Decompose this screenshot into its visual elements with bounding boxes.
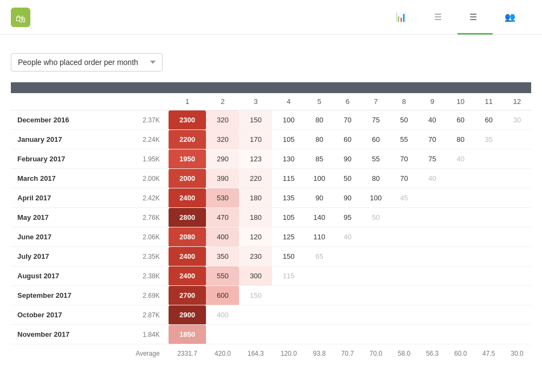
cohort-cell: 150 xyxy=(239,110,272,130)
table-row: December 20162.37K2300320150100807075504… xyxy=(11,110,531,130)
avg-value: 2331.7 xyxy=(169,344,207,363)
cohort-cell: 35 xyxy=(475,130,503,149)
metric-dropdown-wrapper: People who placed order per month xyxy=(11,53,531,71)
cohort-cell xyxy=(305,286,333,305)
activity-feed-icon: ☰ xyxy=(434,12,442,22)
metric-dropdown[interactable]: People who placed order per month xyxy=(11,53,163,71)
cohort-cell: 400 xyxy=(206,227,239,247)
cohort-cell xyxy=(362,247,390,266)
cohort-cell: 90 xyxy=(333,149,362,169)
cohort-cell: 55 xyxy=(390,130,418,149)
cohort-cell: 550 xyxy=(206,266,239,286)
cohort-cell: 75 xyxy=(362,110,390,130)
best-people-icon: 👥 xyxy=(505,12,515,22)
avg-value: 93.8 xyxy=(305,344,333,363)
cohort-cell: 80 xyxy=(362,169,390,188)
cohort-cell: 2200 xyxy=(169,130,207,149)
table-row: November 20171.84K1850 xyxy=(11,325,531,344)
avg-label: Average xyxy=(119,344,169,363)
cohort-cell xyxy=(272,286,305,305)
row-period-label: April 2017 xyxy=(11,188,119,208)
cohort-cell xyxy=(390,325,418,344)
cohort-cell xyxy=(333,247,362,266)
main-content: People who placed order per month 1 2 3 … xyxy=(0,35,542,363)
col-3-header: 3 xyxy=(239,93,272,110)
tab-charts[interactable]: 📊 xyxy=(384,1,422,35)
cohort-cell xyxy=(475,325,503,344)
main-nav: 📊 ☰ ☰ 👥 xyxy=(384,0,531,34)
cohort-cell: 350 xyxy=(206,247,239,266)
table-header-row-1 xyxy=(11,82,531,93)
cohort-cell: 60 xyxy=(447,110,475,130)
cohort-cell xyxy=(206,325,239,344)
row-count-value: 2.76K xyxy=(119,208,169,227)
people-header xyxy=(11,82,169,93)
cohort-cell: 290 xyxy=(206,149,239,169)
row-count-value: 1.95K xyxy=(119,149,169,169)
cohort-cell: 60 xyxy=(333,130,362,149)
cohort-cell xyxy=(333,325,362,344)
row-period-label: December 2016 xyxy=(11,110,119,130)
cohort-cell xyxy=(362,325,390,344)
cohort-cell xyxy=(305,325,333,344)
cohort-cell xyxy=(447,188,475,208)
col-count-header xyxy=(119,93,169,110)
cohort-cell: 40 xyxy=(333,227,362,247)
cohort-cell: 320 xyxy=(206,110,239,130)
row-count-value: 2.38K xyxy=(119,266,169,286)
cohort-cell xyxy=(503,227,531,247)
cohort-cell: 45 xyxy=(390,188,418,208)
table-header-row-2: 1 2 3 4 5 6 7 8 9 10 11 12 xyxy=(11,93,531,110)
cohort-cell: 85 xyxy=(305,149,333,169)
row-period-label: November 2017 xyxy=(11,325,119,344)
cohort-cell: 50 xyxy=(333,169,362,188)
tab-best-people[interactable]: 👥 xyxy=(493,1,531,35)
avg-value: 420.0 xyxy=(206,344,239,363)
cohort-cell xyxy=(447,208,475,227)
avg-value: 60.0 xyxy=(447,344,475,363)
cohort-cell xyxy=(475,149,503,169)
row-count-value: 2.00K xyxy=(119,169,169,188)
cohort-cell: 1950 xyxy=(169,149,207,169)
table-row: June 20172.06K208040012012511040 xyxy=(11,227,531,247)
cohort-cell: 320 xyxy=(206,130,239,149)
cohort-cell: 2400 xyxy=(169,247,207,266)
cohort-cell xyxy=(362,266,390,286)
cohort-cell: 105 xyxy=(272,130,305,149)
cohort-cell: 120 xyxy=(239,227,272,247)
row-period-label: March 2017 xyxy=(11,169,119,188)
cohort-cell: 50 xyxy=(362,208,390,227)
cohorts-icon: ☰ xyxy=(469,12,477,22)
cohort-cell xyxy=(362,227,390,247)
cohort-cell xyxy=(475,266,503,286)
cohort-cell xyxy=(503,169,531,188)
cohort-cell: 30 xyxy=(503,110,531,130)
cohort-cell xyxy=(418,208,447,227)
col-8-header: 8 xyxy=(390,93,418,110)
cohort-cell xyxy=(390,266,418,286)
cohort-cell xyxy=(272,305,305,325)
col-11-header: 11 xyxy=(475,93,503,110)
cohort-cell xyxy=(475,208,503,227)
cohort-cell xyxy=(447,169,475,188)
cohort-cell xyxy=(305,305,333,325)
row-period-label: June 2017 xyxy=(11,227,119,247)
tab-cohorts[interactable]: ☰ xyxy=(457,1,493,35)
cohort-cell: 2300 xyxy=(169,110,207,130)
row-count-value: 2.06K xyxy=(119,227,169,247)
cohort-cell: 105 xyxy=(272,208,305,227)
col-period-header xyxy=(11,93,119,110)
row-count-value: 2.69K xyxy=(119,286,169,305)
row-count-value: 1.84K xyxy=(119,325,169,344)
cohort-cell xyxy=(503,130,531,149)
cohort-cell xyxy=(447,325,475,344)
cohort-cell xyxy=(503,247,531,266)
table-row: May 20172.76K28004701801051409550 xyxy=(11,208,531,227)
tab-activity-feed[interactable]: ☰ xyxy=(422,1,457,35)
cohort-cell: 95 xyxy=(333,208,362,227)
cohort-cell: 100 xyxy=(272,110,305,130)
cohort-cell xyxy=(333,305,362,325)
cohort-cell: 40 xyxy=(418,110,447,130)
cohort-cell xyxy=(447,227,475,247)
cohort-cell: 40 xyxy=(418,169,447,188)
